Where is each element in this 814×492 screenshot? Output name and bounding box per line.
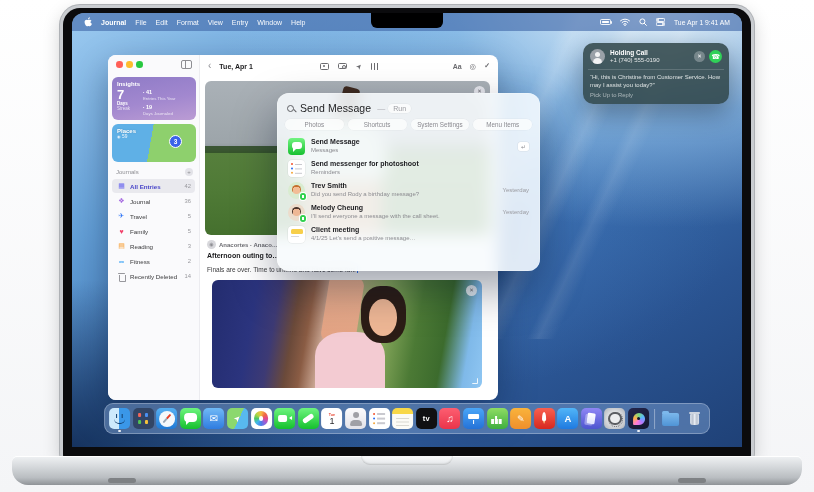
- messages-dock-icon[interactable]: [180, 408, 201, 429]
- places-widget[interactable]: Places 59 3: [112, 124, 196, 162]
- books-dock-icon[interactable]: [581, 408, 602, 429]
- text-format-button[interactable]: Aa: [453, 63, 462, 70]
- sidebar-journal-item[interactable]: Family 5: [112, 224, 195, 238]
- menu-item[interactable]: View: [208, 19, 223, 26]
- search-result-row[interactable]: Melody Cheung I'll send everyone a messa…: [283, 201, 534, 223]
- music-dock-icon[interactable]: [439, 408, 460, 429]
- sidebar-journal-item[interactable]: Recently Deleted 14: [112, 269, 195, 283]
- app-store-dock-icon[interactable]: [557, 408, 578, 429]
- audio-record-icon[interactable]: [371, 63, 379, 70]
- entries-label: Entries This Year: [143, 96, 191, 101]
- result-meta: ↵: [518, 142, 529, 151]
- finder-dock-icon[interactable]: [109, 408, 130, 429]
- entry-location-row[interactable]: ◉ Anacortes · Anaco…: [207, 240, 278, 249]
- done-button[interactable]: ✓: [484, 62, 490, 70]
- contacts-dock-icon[interactable]: [345, 408, 366, 429]
- search-filter-chip[interactable]: Shortcuts: [348, 119, 407, 130]
- maps-dock-icon[interactable]: [227, 408, 248, 429]
- entry-photo-selfie[interactable]: ✕: [212, 280, 482, 388]
- phone-dock-icon[interactable]: [298, 408, 319, 429]
- entry-toolbar: ‹ Tue, Apr 1 ➤ Aa ◎ ✓: [200, 55, 498, 77]
- entry-title[interactable]: Afternoon outing to…: [207, 252, 279, 259]
- running-app-dot: [118, 430, 120, 432]
- mail-dock-icon[interactable]: [203, 408, 224, 429]
- search-query[interactable]: Send Message: [300, 102, 371, 114]
- journal-count: 36: [185, 198, 191, 204]
- numbers-dock-icon[interactable]: [487, 408, 508, 429]
- menu-app-name[interactable]: Journal: [101, 19, 126, 26]
- sidebar-journal-item[interactable]: All Entries 42: [112, 179, 195, 193]
- facetime-dock-icon[interactable]: [274, 408, 295, 429]
- tv-dock-icon[interactable]: [416, 408, 437, 429]
- menu-item[interactable]: File: [135, 19, 146, 26]
- journal-label: Reading: [130, 243, 188, 250]
- safari-dock-icon[interactable]: [156, 408, 177, 429]
- family-journal-icon: [116, 226, 127, 237]
- close-window-button[interactable]: [116, 61, 123, 68]
- search-field[interactable]: Send Message — Run: [283, 99, 534, 119]
- sidebar-journal-item[interactable]: Fitness 2: [112, 254, 195, 268]
- apple-icon: [84, 17, 92, 27]
- macbook-base: [12, 456, 802, 485]
- screen: Journal File Edit Format View Entry Wind…: [72, 13, 742, 447]
- result-subtitle: Did you send Rody a birthday message?: [311, 191, 497, 198]
- deleted-journal-icon: [116, 271, 127, 282]
- insert-menu-icon[interactable]: ◎: [470, 62, 477, 71]
- notes-dock-icon[interactable]: [392, 408, 413, 429]
- search-filter-chip[interactable]: Photos: [285, 119, 344, 130]
- macbook-foot-left: [108, 478, 136, 483]
- back-button[interactable]: ‹: [208, 61, 211, 71]
- search-result-row[interactable]: Client meeting 4/1/25 Let's send a posit…: [283, 223, 534, 245]
- decline-call-button[interactable]: ✕: [694, 51, 705, 62]
- downloads-dock-icon[interactable]: [660, 408, 681, 429]
- calendar-dock-icon[interactable]: Tue1: [321, 408, 342, 429]
- sidebar-journal-item[interactable]: Reading 3: [112, 239, 195, 253]
- answer-call-button[interactable]: ☎: [709, 50, 722, 63]
- battery-icon[interactable]: [600, 19, 611, 25]
- search-result-row[interactable]: Send messenger for photoshoot Reminders: [283, 157, 534, 179]
- menu-clock[interactable]: Tue Apr 1 9:41 AM: [674, 19, 730, 26]
- remove-photo-button[interactable]: ✕: [466, 285, 477, 296]
- journal-label: Recently Deleted: [130, 273, 185, 280]
- apple-menu[interactable]: [84, 17, 92, 27]
- sidebar-journal-item[interactable]: Journal 36: [112, 194, 195, 208]
- insights-title: Insights: [117, 81, 191, 87]
- camera-icon[interactable]: [338, 63, 347, 70]
- menu-item[interactable]: Edit: [156, 19, 168, 26]
- trash-dock-icon[interactable]: [684, 408, 705, 429]
- reminders-dock-icon[interactable]: [369, 408, 390, 429]
- control-center-icon[interactable]: [656, 18, 665, 26]
- photos-dock-icon[interactable]: [251, 408, 272, 429]
- search-result-row[interactable]: Trev Smith Did you send Rody a birthday …: [283, 179, 534, 201]
- search-filter-chip[interactable]: Menu Items: [473, 119, 532, 130]
- sidebar-toggle-icon[interactable]: [181, 60, 192, 69]
- sidebar-journal-item[interactable]: Travel 5: [112, 209, 195, 223]
- add-journal-button[interactable]: +: [185, 168, 193, 176]
- minimize-window-button[interactable]: [126, 61, 133, 68]
- places-badge: 3: [169, 135, 182, 148]
- photo-resize-handle[interactable]: [472, 378, 478, 384]
- menu-item[interactable]: Help: [291, 19, 305, 26]
- menu-item[interactable]: Entry: [232, 19, 248, 26]
- zoom-window-button[interactable]: [136, 61, 143, 68]
- journal-sidebar: Insights 7 Days Streak 41 Entries This Y…: [108, 55, 200, 400]
- search-filter-chip[interactable]: System Settings: [411, 119, 470, 130]
- launchpad-dock-icon[interactable]: [133, 408, 154, 429]
- pages-dock-icon[interactable]: [510, 408, 531, 429]
- menu-item[interactable]: Window: [257, 19, 282, 26]
- menu-item[interactable]: Format: [177, 19, 199, 26]
- rocket-dock-icon[interactable]: [534, 408, 555, 429]
- journal-dock-icon[interactable]: [628, 408, 649, 429]
- macbook-foot-right: [678, 478, 706, 483]
- wifi-icon[interactable]: [620, 18, 630, 26]
- keynote-dock-icon[interactable]: [463, 408, 484, 429]
- location-icon[interactable]: ➤: [354, 61, 363, 70]
- insights-widget[interactable]: Insights 7 Days Streak 41 Entries This Y…: [112, 77, 196, 120]
- entry-location-text: Anacortes · Anaco…: [219, 242, 278, 248]
- system-settings-dock-icon[interactable]: [605, 408, 626, 429]
- insert-photo-icon[interactable]: [320, 63, 329, 70]
- call-notification[interactable]: Holding Call +1 (740) 555-0190 ✕ ☎ “Hi, …: [583, 43, 729, 104]
- search-result-row[interactable]: Send Message Messages ↵: [283, 135, 534, 157]
- search-icon[interactable]: [639, 18, 647, 26]
- caller-avatar: [590, 49, 605, 64]
